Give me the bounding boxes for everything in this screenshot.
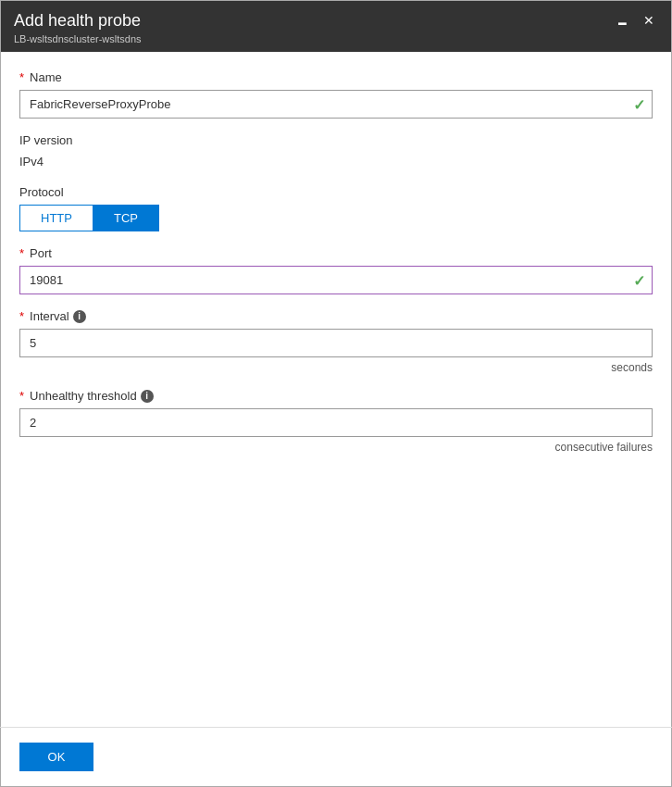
unhealthy-threshold-label-text: Unhealthy threshold	[30, 389, 137, 403]
unhealthy-threshold-field-group: * Unhealthy threshold i consecutive fail…	[19, 389, 653, 454]
footer: OK	[1, 728, 671, 786]
interval-field-group: * Interval i seconds	[19, 309, 653, 374]
interval-info-icon[interactable]: i	[73, 310, 86, 323]
port-input[interactable]	[19, 266, 653, 294]
port-label-text: Port	[30, 246, 52, 260]
title-bar: Add health probe LB-wsltsdnscluster-wslt…	[1, 1, 671, 52]
ip-version-label-text: IP version	[19, 133, 73, 147]
protocol-field-group: Protocol HTTP TCP	[19, 185, 653, 231]
interval-label: * Interval i	[19, 309, 653, 323]
name-label: * Name	[19, 70, 653, 84]
name-check-icon: ✓	[633, 95, 645, 113]
ip-version-value: IPv4	[19, 153, 653, 170]
close-button[interactable]: ✕	[640, 12, 658, 29]
protocol-label-text: Protocol	[19, 185, 64, 199]
title-bar-controls: 🗕 ✕	[612, 12, 658, 29]
interval-required-star: *	[19, 309, 24, 323]
protocol-label: Protocol	[19, 185, 653, 199]
name-required-star: *	[19, 70, 24, 84]
minimize-button[interactable]: 🗕	[612, 12, 632, 29]
interval-input-wrapper	[19, 329, 653, 357]
ip-version-field-group: IP version IPv4	[19, 133, 653, 170]
unhealthy-threshold-label: * Unhealthy threshold i	[19, 389, 653, 403]
threshold-input[interactable]	[19, 408, 653, 437]
name-field-group: * Name ✓	[19, 70, 653, 119]
window-subtitle: LB-wsltsdnscluster-wsltsdns	[14, 33, 142, 44]
ok-button[interactable]: OK	[19, 743, 93, 771]
content-area: * Name ✓ IP version IPv4 Protocol HTTP T…	[1, 52, 671, 727]
name-label-text: Name	[30, 70, 62, 84]
threshold-input-wrapper	[19, 408, 653, 437]
name-input[interactable]	[19, 90, 653, 119]
threshold-hint: consecutive failures	[19, 441, 653, 454]
port-label: * Port	[19, 246, 653, 260]
port-input-wrapper: ✓	[19, 266, 653, 294]
port-field-group: * Port ✓	[19, 246, 653, 294]
threshold-required-star: *	[19, 389, 24, 403]
window-title: Add health probe	[14, 10, 142, 31]
ip-version-label: IP version	[19, 133, 653, 147]
protocol-toggle: HTTP TCP	[19, 205, 159, 231]
port-required-star: *	[19, 246, 24, 260]
add-health-probe-window: Add health probe LB-wsltsdnscluster-wslt…	[0, 0, 672, 787]
name-input-wrapper: ✓	[19, 90, 653, 119]
interval-hint: seconds	[19, 361, 653, 374]
protocol-tcp-button[interactable]: TCP	[93, 205, 159, 231]
threshold-info-icon[interactable]: i	[141, 390, 154, 403]
interval-input[interactable]	[19, 329, 653, 357]
port-check-icon: ✓	[633, 271, 645, 289]
interval-label-text: Interval	[30, 309, 69, 323]
protocol-http-button[interactable]: HTTP	[19, 205, 93, 231]
title-bar-left: Add health probe LB-wsltsdnscluster-wslt…	[14, 10, 142, 44]
